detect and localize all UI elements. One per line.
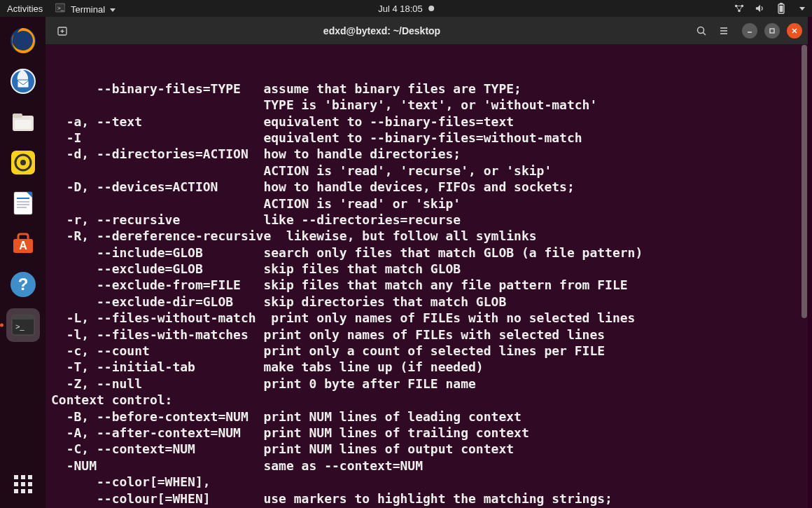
svg-line-6 <box>739 6 742 11</box>
terminal-line: -a, --text equivalent to --binary-files=… <box>51 114 802 130</box>
titlebar: edxd@bytexd: ~/Desktop <box>46 17 808 45</box>
dock-thunderbird[interactable] <box>6 64 40 98</box>
chevron-down-icon <box>110 8 115 12</box>
terminal-line: -A, --after-context=NUM print NUM lines … <box>51 425 802 441</box>
window-title: edxd@bytexd: ~/Desktop <box>74 25 690 36</box>
terminal-line: --colour[=WHEN] use markers to highlight… <box>51 490 802 507</box>
dock-writer[interactable] <box>6 186 40 220</box>
terminal-line: -NUM same as --context=NUM <box>51 458 802 474</box>
terminal-line: --exclude-from=FILE skip files that matc… <box>51 277 802 293</box>
terminal-line: TYPE is 'binary', 'text', or 'without-ma… <box>51 97 802 113</box>
terminal-window: edxd@bytexd: ~/Desktop --binary-files=TY… <box>46 17 808 508</box>
menu-button[interactable] <box>714 21 734 41</box>
terminal-line: -B, --before-context=NUM print NUM lines… <box>51 409 802 425</box>
svg-rect-32 <box>12 315 34 320</box>
network-icon[interactable] <box>734 4 744 13</box>
terminal-line: --binary-files=TYPE assume that binary f… <box>51 81 802 97</box>
terminal-line: -L, --files-without-match print only nam… <box>51 310 802 326</box>
terminal-line: -I equivalent to --binary-files=without-… <box>51 130 802 146</box>
svg-point-20 <box>20 160 26 165</box>
svg-point-12 <box>10 28 36 53</box>
svg-rect-43 <box>770 29 774 33</box>
terminal-line: -R, --dereference-recursive likewise, bu… <box>51 228 802 244</box>
svg-line-38 <box>704 32 706 35</box>
svg-text:>_: >_ <box>15 322 24 331</box>
terminal-line: -d, --directories=ACTION how to handle d… <box>51 146 802 162</box>
terminal-line: ACTION is 'read', 'recurse', or 'skip' <box>51 163 802 179</box>
notification-dot-icon <box>428 6 434 11</box>
svg-rect-16 <box>13 114 22 118</box>
search-button[interactable] <box>692 21 711 41</box>
activities-button[interactable]: Activities <box>7 4 43 14</box>
close-button[interactable] <box>787 23 802 39</box>
terminal-line: --exclude-dir=GLOB skip directories that… <box>51 294 802 310</box>
terminal-mini-icon: >_ <box>55 3 65 13</box>
svg-marker-8 <box>756 5 760 13</box>
svg-rect-21 <box>14 192 32 214</box>
terminal-line: Context control: <box>51 392 802 408</box>
terminal-line: --exclude=GLOB skip files that match GLO… <box>51 261 802 277</box>
new-tab-button[interactable] <box>52 21 72 41</box>
terminal-output[interactable]: --binary-files=TYPE assume that binary f… <box>46 45 808 508</box>
terminal-line: -l, --files-with-matches print only name… <box>51 327 802 343</box>
dock-firefox[interactable] <box>6 24 40 57</box>
svg-rect-10 <box>780 3 783 4</box>
svg-text:>_: >_ <box>57 5 64 11</box>
system-menu-chevron-icon[interactable] <box>799 7 805 11</box>
maximize-button[interactable] <box>764 23 780 39</box>
terminal-line: -T, --initial-tab make tabs line up (if … <box>51 359 802 375</box>
volume-icon[interactable] <box>755 4 765 13</box>
terminal-line: -r, --recursive like --directories=recur… <box>51 212 802 228</box>
terminal-line: -Z, --null print 0 byte after FILE name <box>51 376 802 392</box>
svg-text:A: A <box>19 240 27 252</box>
svg-point-37 <box>698 27 704 33</box>
scrollbar[interactable] <box>802 45 807 318</box>
datetime-label: Jul 4 18:05 <box>378 4 423 14</box>
gnome-topbar: Activities >_ Terminal Jul 4 18:05 <box>0 0 812 17</box>
battery-icon[interactable] <box>776 4 786 13</box>
svg-rect-11 <box>780 6 783 12</box>
minimize-button[interactable] <box>742 23 757 39</box>
terminal-line: --color[=WHEN], <box>51 474 802 490</box>
dock-files[interactable] <box>6 105 40 139</box>
terminal-line: -c, --count print only a count of select… <box>51 343 802 359</box>
svg-line-5 <box>736 6 739 11</box>
svg-rect-14 <box>18 80 29 88</box>
dock-terminal[interactable]: >_ <box>6 308 40 342</box>
dock-software[interactable]: A <box>6 227 40 261</box>
svg-text:?: ? <box>18 275 28 294</box>
terminal-line: ACTION is 'read' or 'skip' <box>51 195 802 212</box>
dock: A ? >_ <box>0 17 46 508</box>
app-menu-label: Terminal <box>71 4 105 15</box>
terminal-line: --include=GLOB search only files that ma… <box>51 245 802 261</box>
terminal-line: -D, --devices=ACTION how to handle devic… <box>51 179 802 195</box>
clock[interactable]: Jul 4 18:05 <box>378 4 434 14</box>
svg-rect-17 <box>15 120 31 129</box>
terminal-line: -C, --context=NUM print NUM lines of out… <box>51 441 802 457</box>
app-menu[interactable]: >_ Terminal <box>55 3 115 15</box>
dock-rhythmbox[interactable] <box>6 146 40 179</box>
show-applications[interactable] <box>12 473 34 495</box>
dock-help[interactable]: ? <box>6 268 40 301</box>
